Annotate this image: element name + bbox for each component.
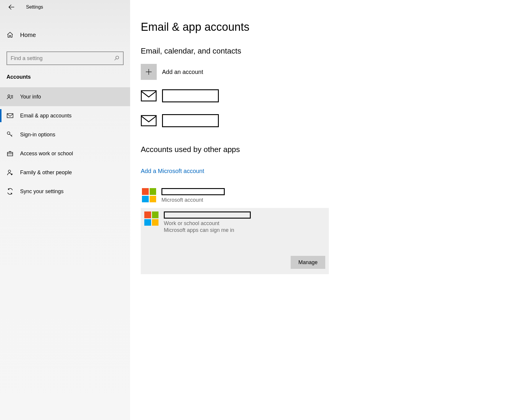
- account-type-label: Microsoft account: [161, 197, 225, 203]
- app-title: Settings: [26, 4, 43, 10]
- section-other-apps-title: Accounts used by other apps: [141, 145, 517, 154]
- email-account-row[interactable]: [141, 114, 517, 127]
- add-microsoft-account-link[interactable]: Add a Microsoft account: [141, 168, 204, 175]
- add-account-button[interactable]: Add an account: [141, 64, 517, 80]
- sidebar-item-your-info[interactable]: Your info: [0, 87, 130, 106]
- redacted-email: [162, 89, 219, 102]
- sidebar-item-family-other-people[interactable]: Family & other people: [0, 163, 130, 182]
- sidebar-item-signin-options[interactable]: Sign-in options: [0, 125, 130, 144]
- sidebar-item-label: Family & other people: [20, 169, 72, 176]
- redacted-account-name: [164, 211, 251, 219]
- home-icon: [7, 31, 14, 38]
- mail-icon: [141, 90, 157, 102]
- search-container: [7, 51, 124, 65]
- add-account-label: Add an account: [162, 69, 203, 75]
- sidebar-item-label: Sign-in options: [20, 132, 55, 138]
- briefcase-icon: [7, 150, 14, 157]
- account-actions: Manage: [144, 256, 325, 269]
- redacted-email: [162, 114, 219, 127]
- key-icon: [7, 131, 14, 138]
- account-row-work-school[interactable]: Work or school account Microsoft apps ca…: [141, 208, 329, 274]
- svg-rect-2: [7, 114, 13, 118]
- plus-icon: [145, 68, 153, 76]
- sidebar-item-access-work-school[interactable]: Access work or school: [0, 144, 130, 163]
- search-icon: [114, 55, 119, 61]
- sidebar-home[interactable]: Home: [0, 26, 130, 44]
- main-content: Email & app accounts Email, calendar, an…: [130, 0, 529, 420]
- account-detail-label: Microsoft apps can sign me in: [164, 227, 251, 233]
- sidebar-nav: Your info Email & app accounts Sign-in o…: [0, 87, 130, 201]
- sidebar-item-label: Access work or school: [20, 151, 73, 157]
- section-email-title: Email, calendar, and contacts: [141, 46, 517, 56]
- account-row-microsoft[interactable]: Microsoft account: [141, 186, 329, 206]
- arrow-left-icon: [8, 4, 15, 11]
- account-text: Microsoft account: [161, 188, 225, 203]
- sidebar-header: Settings: [0, 0, 130, 14]
- svg-point-5: [8, 170, 11, 172]
- microsoft-logo-icon: [144, 211, 158, 226]
- svg-rect-7: [141, 116, 156, 126]
- person-add-icon: [7, 169, 14, 176]
- redacted-account-name: [161, 188, 225, 195]
- sidebar-item-label: Your info: [20, 94, 41, 100]
- sidebar-item-label: Email & app accounts: [20, 113, 72, 119]
- page-title: Email & app accounts: [141, 21, 517, 33]
- sidebar-home-label: Home: [20, 32, 36, 38]
- sidebar-item-email-app-accounts[interactable]: Email & app accounts: [0, 106, 130, 125]
- svg-point-0: [116, 56, 119, 59]
- search-box[interactable]: [7, 51, 124, 65]
- plus-icon-box: [141, 64, 157, 80]
- mail-icon: [7, 112, 14, 119]
- microsoft-logo-icon: [142, 188, 156, 202]
- sidebar: Settings Home Accounts Your info Email &: [0, 0, 130, 420]
- back-button[interactable]: [7, 3, 15, 11]
- account-text: Work or school account Microsoft apps ca…: [164, 211, 251, 233]
- sidebar-item-sync-settings[interactable]: Sync your settings: [0, 182, 130, 201]
- person-card-icon: [7, 93, 14, 100]
- search-input[interactable]: [11, 55, 114, 62]
- manage-button[interactable]: Manage: [291, 256, 325, 269]
- sidebar-item-label: Sync your settings: [20, 188, 64, 195]
- email-account-row[interactable]: [141, 89, 517, 102]
- mail-icon: [141, 114, 157, 127]
- svg-point-1: [8, 95, 10, 97]
- svg-rect-6: [141, 91, 156, 101]
- sync-icon: [7, 188, 14, 195]
- svg-rect-4: [7, 152, 13, 156]
- account-type-label: Work or school account: [164, 220, 251, 227]
- sidebar-section-label: Accounts: [0, 65, 130, 87]
